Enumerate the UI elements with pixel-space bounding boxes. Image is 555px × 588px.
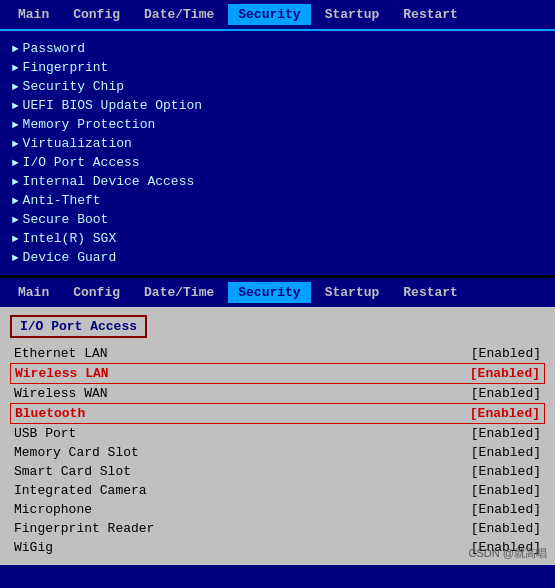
menu-arrow: ► [12,176,19,188]
row-label: Integrated Camera [14,483,147,498]
bottom-nav-item-date-time[interactable]: Date/Time [134,282,224,303]
menu-arrow: ► [12,43,19,55]
top-nav-item-restart[interactable]: Restart [393,4,468,25]
top-panel: ↓ MainConfigDate/TimeSecurityStartupRest… [0,0,555,275]
settings-row-memory-card-slot[interactable]: Memory Card Slot[Enabled] [10,443,545,462]
row-label: Wireless WAN [14,386,108,401]
settings-row-microphone[interactable]: Microphone[Enabled] [10,500,545,519]
row-label: Wireless LAN [15,366,109,381]
settings-rows-container: Ethernet LAN[Enabled]Wireless LAN[Enable… [10,344,545,557]
menu-item-anti-theft[interactable]: ►Anti-Theft [12,191,543,210]
top-nav-item-security[interactable]: Security [228,4,310,25]
top-menu-panel: ►Password►Fingerprint►Security Chip►UEFI… [0,31,555,275]
bottom-nav-item-main[interactable]: Main [8,282,59,303]
row-label: USB Port [14,426,76,441]
bottom-nav-item-security[interactable]: Security [228,282,310,303]
top-nav-item-date-time[interactable]: Date/Time [134,4,224,25]
top-nav-bar: MainConfigDate/TimeSecurityStartupRestar… [0,0,555,31]
row-value: [Enabled] [471,346,541,361]
row-value: [Enabled] [471,386,541,401]
menu-item-internal-device-access[interactable]: ►Internal Device Access [12,172,543,191]
menu-item-secure-boot[interactable]: ►Secure Boot [12,210,543,229]
menu-arrow: ► [12,252,19,264]
top-nav-item-startup[interactable]: Startup [315,4,390,25]
settings-row-wireless-lan[interactable]: Wireless LAN[Enabled] [10,363,545,384]
row-value: [Enabled] [470,366,540,381]
row-value: [Enabled] [471,445,541,460]
row-label: Fingerprint Reader [14,521,154,536]
settings-row-wireless-wan[interactable]: Wireless WAN[Enabled] [10,384,545,403]
row-value: [Enabled] [471,521,541,536]
top-nav-item-config[interactable]: Config [63,4,130,25]
row-label: Smart Card Slot [14,464,131,479]
settings-row-usb-port[interactable]: USB Port[Enabled] [10,424,545,443]
row-value: [Enabled] [471,483,541,498]
menu-arrow: ► [12,100,19,112]
menu-arrow: ► [12,233,19,245]
watermark: CSDN @就高唱 [469,546,547,561]
settings-row-smart-card-slot[interactable]: Smart Card Slot[Enabled] [10,462,545,481]
top-nav-item-main[interactable]: Main [8,4,59,25]
menu-arrow: ► [12,195,19,207]
row-value: [Enabled] [471,426,541,441]
menu-arrow: ► [12,119,19,131]
settings-row-fingerprint-reader[interactable]: Fingerprint Reader[Enabled] [10,519,545,538]
bottom-nav-item-startup[interactable]: Startup [315,282,390,303]
menu-item-memory-protection[interactable]: ►Memory Protection [12,115,543,134]
row-value: [Enabled] [471,464,541,479]
settings-row-wigig[interactable]: WiGig[Enabled] [10,538,545,557]
menu-item-intel-r--sgx[interactable]: ►Intel(R) SGX [12,229,543,248]
section-title-box: I/O Port Access [10,315,147,338]
bottom-nav-item-config[interactable]: Config [63,282,130,303]
row-label: Ethernet LAN [14,346,108,361]
settings-row-integrated-camera[interactable]: Integrated Camera[Enabled] [10,481,545,500]
menu-arrow: ► [12,214,19,226]
menu-item-uefi-bios-update-option[interactable]: ►UEFI BIOS Update Option [12,96,543,115]
row-label: Memory Card Slot [14,445,139,460]
menu-item-security-chip[interactable]: ►Security Chip [12,77,543,96]
settings-row-bluetooth[interactable]: Bluetooth[Enabled] [10,403,545,424]
menu-arrow: ► [12,62,19,74]
menu-item-fingerprint[interactable]: ►Fingerprint [12,58,543,77]
menu-item-i-o-port-access[interactable]: ►I/O Port Access [12,153,543,172]
menu-item-password[interactable]: ►Password [12,39,543,58]
row-label: WiGig [14,540,53,555]
row-label: Microphone [14,502,92,517]
settings-row-ethernet-lan[interactable]: Ethernet LAN[Enabled] [10,344,545,363]
menu-arrow: ► [12,138,19,150]
row-value: [Enabled] [471,502,541,517]
bottom-panel: MainConfigDate/TimeSecurityStartupRestar… [0,278,555,565]
bottom-nav-item-restart[interactable]: Restart [393,282,468,303]
menu-arrow: ► [12,81,19,93]
row-value: [Enabled] [470,406,540,421]
content-area: I/O Port Access Ethernet LAN[Enabled]Wir… [0,307,555,565]
menu-item-virtualization[interactable]: ►Virtualization [12,134,543,153]
row-label: Bluetooth [15,406,85,421]
bottom-nav-bar: MainConfigDate/TimeSecurityStartupRestar… [0,278,555,307]
menu-arrow: ► [12,157,19,169]
section-title: I/O Port Access [20,319,137,334]
menu-item-device-guard[interactable]: ►Device Guard [12,248,543,267]
